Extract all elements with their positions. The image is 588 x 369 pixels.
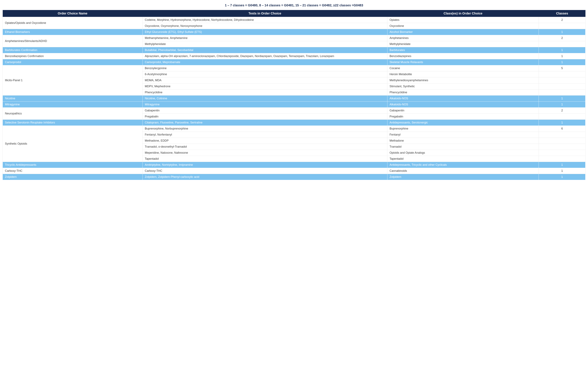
cell-class: Opioids and Opiate Analogs: [387, 150, 539, 156]
cell-tests: Phencyclidine: [142, 90, 387, 95]
cell-order-choice-name: Illicits-Panel 1: [3, 65, 143, 95]
cell-classes-count: [539, 114, 586, 120]
cell-class: Methylenedioxyamphetamines: [387, 77, 539, 83]
cell-class: Tramadol: [387, 144, 539, 150]
cell-class: Methadone: [387, 138, 539, 144]
table-row: NicotineNicotine, CotinineAlkaloids-NOS1: [3, 95, 586, 102]
cell-tests: Tramadol, o-desmethyl-Tramadol: [142, 144, 387, 150]
cell-class: Barbiturates: [387, 47, 539, 53]
cell-tests: MDPV, Mephedrone: [142, 83, 387, 90]
cell-class: Tapentadol: [387, 156, 539, 162]
cell-tests: Buprenorphine, Norbuprenorphine: [142, 126, 387, 132]
cell-order-choice-name: Barbiturates Confirmation: [3, 47, 143, 53]
cell-class: Alkaloids-NOS: [387, 95, 539, 102]
cell-class: Zolpidem: [387, 174, 539, 180]
cell-tests: Carisoprodol, Meprobamate: [142, 59, 387, 65]
cell-tests: Carboxy-THC: [142, 168, 387, 174]
cell-tests: Ethyl Glucuronide (ETG), Ethyl Sulfate (…: [142, 29, 387, 35]
cell-order-choice-name: Zolpidem: [3, 174, 143, 180]
cell-classes-count: [539, 71, 586, 77]
col-classes-count: Classes: [539, 10, 586, 17]
col-classes-in-order-choice: Class(es) in Order Choice: [387, 10, 539, 17]
cell-classes-count: [539, 132, 586, 138]
cell-class: Alcohol Biomarker: [387, 29, 539, 35]
cell-tests: Codeine, Morphine, Hydromorphone, Hydroc…: [142, 17, 387, 23]
cell-tests: 6-Acetylmorphine: [142, 71, 387, 77]
cell-tests: Meperidine, Naloxone, Naltrexone: [142, 150, 387, 156]
cell-classes-count: 1: [539, 53, 586, 59]
cell-tests: Gabapentin: [142, 108, 387, 114]
cell-tests: Citalopram, Fluoxetine, Paroxetine, Sert…: [142, 120, 387, 126]
cell-tests: Benzoylecgonine: [142, 65, 387, 71]
table-row: Barbiturates ConfirmationButalbital, Phe…: [3, 47, 586, 53]
cell-classes-count: 1: [539, 47, 586, 53]
cell-class: Cocaine: [387, 65, 539, 71]
cell-classes-count: [539, 144, 586, 150]
cell-classes-count: 1: [539, 174, 586, 180]
cell-class: Pregabalin: [387, 114, 539, 120]
cell-tests: Tapentadol: [142, 156, 387, 162]
cell-classes-count: [539, 77, 586, 83]
cell-class: Buprenorphine: [387, 126, 539, 132]
cell-tests: MDMA, MDA: [142, 77, 387, 83]
cell-order-choice-name: Neuropathics: [3, 108, 143, 120]
table-row: Selective Serotonin Reuptake InhibitorsC…: [3, 120, 586, 126]
cell-order-choice-name: Mitragynine: [3, 102, 143, 108]
cell-order-choice-name: Tricyclic Antidepressants: [3, 162, 143, 168]
cell-classes-count: 1: [539, 168, 586, 174]
cell-classes-count: [539, 83, 586, 90]
cell-classes-count: 2: [539, 108, 586, 114]
cell-classes-count: 1: [539, 102, 586, 108]
cell-class: Alkaloids-NOS: [387, 102, 539, 108]
col-order-choice-name: Order Choice Name: [3, 10, 143, 17]
cell-classes-count: 6: [539, 126, 586, 132]
cell-class: Cannabinoids: [387, 168, 539, 174]
table-row: Tricyclic AntidepressantsAmitriptyline, …: [3, 162, 586, 168]
cell-classes-count: 2: [539, 17, 586, 23]
table-row: Synthetic OpioidsBuprenorphine, Norbupre…: [3, 126, 586, 132]
cell-tests: Methamphetamine, Amphetamine: [142, 35, 387, 41]
cell-classes-count: 2: [539, 35, 586, 41]
table-row: ZolpidemZolpidem, Zolpidem-Phenyl-carbox…: [3, 174, 586, 180]
cell-order-choice-name: Carboxy-THC: [3, 168, 143, 174]
cell-tests: Mitragynine: [142, 102, 387, 108]
cell-classes-count: [539, 156, 586, 162]
cell-class: Oxycodone: [387, 23, 539, 29]
cell-class: Stimulant, Synthetic: [387, 83, 539, 90]
cell-order-choice-name: Carisoprodol: [3, 59, 143, 65]
cell-classes-count: 1: [539, 120, 586, 126]
cell-order-choice-name: Nicotine: [3, 95, 143, 102]
cell-tests: Methadone, EDDP: [142, 138, 387, 144]
table-row: Ethanol BiomarkersEthyl Glucuronide (ETG…: [3, 29, 586, 35]
cell-class: Skeletal Muscle Relaxants: [387, 59, 539, 65]
cell-classes-count: 1: [539, 162, 586, 168]
table-header-row: Order Choice Name Tests in Order Choice …: [3, 10, 586, 17]
cell-order-choice-name: Synthetic Opioids: [3, 126, 143, 162]
cell-class: Antidepressants, Serotonergic: [387, 120, 539, 126]
cell-tests: Methylphenidate: [142, 41, 387, 47]
table-row: Opiates/Opioids and OxycodoneCodeine, Mo…: [3, 17, 586, 23]
order-choice-table: Order Choice Name Tests in Order Choice …: [2, 10, 586, 180]
cell-order-choice-name: Benzodiazepines Confirmation: [3, 53, 143, 59]
cell-tests: Amitriptyline, Nortriptyline, Imipramine: [142, 162, 387, 168]
cell-classes-count: [539, 23, 586, 29]
col-tests-in-order-choice: Tests in Order Choice: [142, 10, 387, 17]
table-row: NeuropathicsGabapentinGabapentin2: [3, 108, 586, 114]
table-row: Benzodiazepines ConfirmationAlprazolam, …: [3, 53, 586, 59]
table-row: MitragynineMitragynineAlkaloids-NOS1: [3, 102, 586, 108]
cell-order-choice-name: Ethanol Biomarkers: [3, 29, 143, 35]
cell-tests: Zolpidem, Zolpidem-Phenyl-carboxylic aci…: [142, 174, 387, 180]
cell-classes-count: 1: [539, 29, 586, 35]
cell-tests: Pregabalin: [142, 114, 387, 120]
cell-classes-count: [539, 138, 586, 144]
cell-tests: Fentanyl, Norfentanyl: [142, 132, 387, 138]
cell-classes-count: 5: [539, 65, 586, 71]
cell-class: Antidepressants, Tricyclic and other Cyc…: [387, 162, 539, 168]
cell-tests: Butalbital, Phenobarbital, Secobarbital: [142, 47, 387, 53]
cell-tests: Nicotine, Cotinine: [142, 95, 387, 102]
cell-class: Methylphenidate: [387, 41, 539, 47]
cell-class: Opiates: [387, 17, 539, 23]
table-row: Amphetamines/Stimulants/ADHDMethamphetam…: [3, 35, 586, 41]
cell-class: Phencyclidine: [387, 90, 539, 95]
cell-class: Amphetamines: [387, 35, 539, 41]
